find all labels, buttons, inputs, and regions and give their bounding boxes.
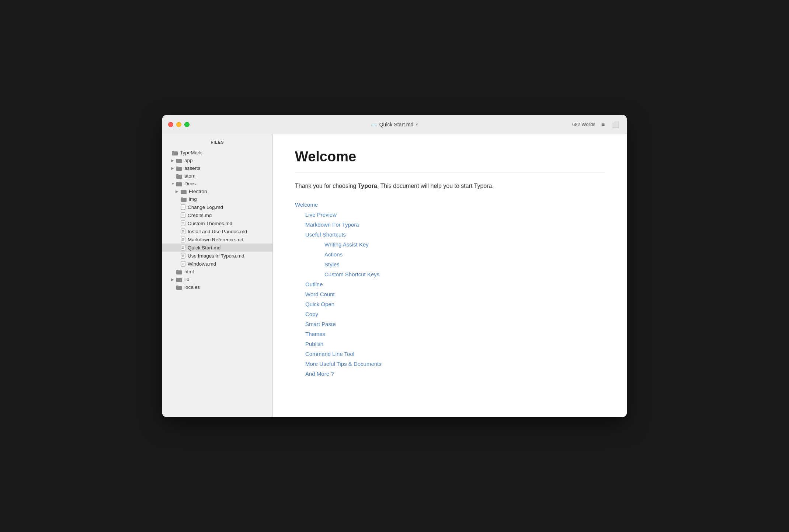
sidebar-item-label: Markdown Reference.md [188, 237, 243, 242]
file-icon [181, 261, 185, 267]
sidebar-item-app[interactable]: ▶ app [162, 157, 272, 164]
folder-icon [176, 269, 182, 274]
sidebar-item-electron[interactable]: ▶ Electron [162, 188, 272, 195]
svg-rect-61 [176, 286, 178, 287]
toc-link-useful-shortcuts[interactable]: Useful Shortcuts [305, 230, 605, 239]
sidebar-item-label: atom [184, 173, 195, 179]
toc-link-more-useful-tips[interactable]: More Useful Tips & Documents [305, 359, 605, 369]
chevron-icon: ▶ [175, 189, 179, 193]
sidebar-item-typemark[interactable]: TypeMark [162, 149, 272, 157]
sidebar-item-atom[interactable]: atom [162, 172, 272, 180]
sidebar-item-label: Install and Use Pandoc.md [188, 229, 247, 234]
sidebar-item-label: Change Log.md [188, 204, 223, 210]
sidebar-item-label: Credits.md [188, 213, 212, 218]
main-layout: FILES TypeMark▶ app▶ asserts [162, 134, 627, 417]
file-icon [181, 228, 185, 234]
sidebar-item-html[interactable]: html [162, 268, 272, 276]
folder-icon [176, 166, 182, 171]
toc-link-actions[interactable]: Actions [324, 249, 605, 259]
sidebar-item-locales[interactable]: locales [162, 283, 272, 291]
file-icon [181, 253, 185, 259]
sidebar-item-custom-themes[interactable]: Custom Themes.md [162, 219, 272, 227]
intro-bold: Typora [358, 183, 377, 189]
divider [295, 172, 605, 172]
svg-rect-11 [176, 174, 178, 175]
folder-icon [176, 158, 182, 163]
folder-icon [181, 189, 187, 194]
svg-rect-8 [176, 167, 178, 168]
sidebar-item-credits[interactable]: Credits.md [162, 211, 272, 219]
toc-link-smart-paste[interactable]: Smart Paste [305, 319, 605, 329]
file-icon [181, 245, 185, 251]
list-view-button[interactable]: ≡ [600, 120, 606, 129]
sidebar: FILES TypeMark▶ app▶ asserts [162, 134, 273, 417]
toc-link-quick-open[interactable]: Quick Open [305, 299, 605, 309]
sidebar-item-label: lib [184, 277, 190, 282]
toc-link-writing-assist-key[interactable]: Writing Assist Key [324, 239, 605, 249]
close-button[interactable] [168, 122, 173, 127]
sidebar-item-img[interactable]: img [162, 195, 272, 203]
svg-rect-14 [176, 182, 178, 183]
file-icon [181, 204, 185, 210]
traffic-lights [168, 122, 190, 127]
sidebar-header: FILES [162, 139, 272, 149]
svg-rect-5 [176, 159, 178, 160]
table-of-contents: WelcomeLive PreviewMarkdown For TyporaUs… [295, 200, 605, 379]
chevron-icon: ▶ [171, 158, 175, 162]
toc-link-copy[interactable]: Copy [305, 309, 605, 319]
file-icon [181, 237, 185, 242]
panel-toggle-button[interactable]: ⬜ [611, 120, 621, 129]
sidebar-item-label: Electron [189, 189, 207, 194]
chevron-icon: ▶ [171, 277, 175, 281]
toc-link-publish[interactable]: Publish [305, 339, 605, 349]
toc-link-styles[interactable]: Styles [324, 259, 605, 269]
word-count-label: 682 Words [572, 122, 595, 127]
folder-icon [181, 197, 187, 202]
app-window: ⌨️ Quick Start.md ∨ 682 Words ≡ ⬜ FILES … [162, 115, 627, 417]
titlebar-right: 682 Words ≡ ⬜ [572, 120, 621, 129]
sidebar-item-lib[interactable]: ▶ lib [162, 276, 272, 283]
toc-link-welcome[interactable]: Welcome [295, 200, 605, 210]
sidebar-item-install-pandoc[interactable]: Install and Use Pandoc.md [162, 227, 272, 235]
toc-link-command-line-tool[interactable]: Command Line Tool [305, 349, 605, 359]
sidebar-item-asserts[interactable]: ▶ asserts [162, 164, 272, 172]
sidebar-item-quick-start[interactable]: Quick Start.md [162, 244, 272, 252]
toc-link-markdown-for-typora[interactable]: Markdown For Typora [305, 220, 605, 230]
sidebar-item-label: Custom Themes.md [188, 221, 232, 226]
maximize-button[interactable] [184, 122, 190, 127]
sidebar-item-use-images[interactable]: Use Images in Typora.md [162, 252, 272, 260]
file-icon [181, 220, 185, 226]
chevron-icon: ▼ [171, 182, 175, 186]
titlebar-title: ⌨️ Quick Start.md ∨ [371, 122, 418, 127]
intro-rest: . This document will help you to start T… [377, 183, 494, 189]
document-title: Quick Start.md [379, 122, 414, 127]
toc-link-themes[interactable]: Themes [305, 329, 605, 339]
sidebar-item-label: img [189, 196, 197, 202]
sidebar-item-label: Windows.md [188, 261, 216, 267]
folder-icon [176, 277, 182, 282]
sidebar-item-label: Quick Start.md [188, 245, 220, 251]
toc-link-custom-shortcut-keys[interactable]: Custom Shortcut Keys [324, 269, 605, 279]
sidebar-item-label: html [184, 269, 194, 274]
sidebar-item-docs[interactable]: ▼ Docs [162, 180, 272, 188]
toc-link-outline[interactable]: Outline [305, 279, 605, 289]
svg-rect-2 [172, 151, 174, 152]
toc-link-live-preview[interactable]: Live Preview [305, 210, 605, 220]
title-chevron-icon[interactable]: ∨ [416, 122, 418, 126]
svg-rect-55 [176, 270, 178, 271]
sidebar-item-label: asserts [184, 165, 201, 171]
toc-link-word-count[interactable]: Word Count [305, 289, 605, 299]
sidebar-item-label: TypeMark [180, 150, 202, 155]
toc-link-and-more[interactable]: And More ? [305, 369, 605, 379]
folder-icon [176, 285, 182, 290]
minimize-button[interactable] [176, 122, 181, 127]
file-icon [181, 212, 185, 218]
folder-icon [176, 181, 182, 186]
sidebar-item-markdown-ref[interactable]: Markdown Reference.md [162, 235, 272, 244]
sidebar-item-windows[interactable]: Windows.md [162, 260, 272, 268]
intro-paragraph: Thank you for choosing Typora. This docu… [295, 181, 605, 191]
svg-rect-20 [181, 197, 183, 199]
sidebar-item-change-log[interactable]: Change Log.md [162, 203, 272, 211]
intro-text: Thank you for choosing [295, 183, 358, 189]
content-area: Welcome Thank you for choosing Typora. T… [273, 134, 627, 417]
